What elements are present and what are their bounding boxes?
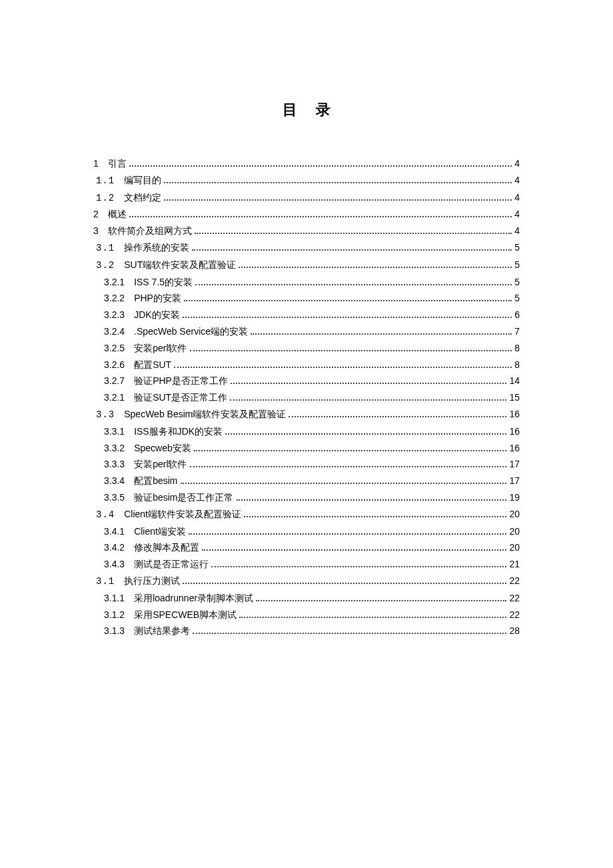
toc-entry[interactable]: 3.2.5安装perl软件8 bbox=[93, 341, 520, 357]
toc-label: 测试是否正常运行 bbox=[134, 557, 209, 573]
toc-entry[interactable]: 2概述4 bbox=[93, 207, 520, 223]
toc-entry[interactable]: 1引言4 bbox=[93, 156, 520, 172]
toc-number: 3.1.1 bbox=[104, 591, 125, 607]
toc-label: Specweb安装 bbox=[134, 441, 191, 457]
toc-leader-dots bbox=[192, 249, 512, 251]
toc-leader-dots bbox=[251, 333, 512, 335]
toc-entry[interactable]: 3.3.5验证besim是否工作正常19 bbox=[93, 490, 520, 506]
toc-entry[interactable]: 3.4.3测试是否正常运行21 bbox=[93, 557, 520, 573]
toc-page-number: 4 bbox=[514, 223, 520, 239]
table-of-contents: 1引言41.1编写目的41.2文档约定42概述43软件简介及组网方式43.1操作… bbox=[93, 156, 520, 639]
toc-page-number: 22 bbox=[509, 607, 520, 623]
toc-label: 文档约定 bbox=[124, 190, 161, 206]
toc-label: ISS 7.5的安装 bbox=[134, 275, 193, 291]
toc-page-number: 6 bbox=[514, 307, 520, 323]
toc-label: 概述 bbox=[108, 207, 127, 223]
toc-label: 验证besim是否工作正常 bbox=[134, 490, 233, 506]
toc-number: 3.4.2 bbox=[104, 540, 125, 556]
toc-label: 验证PHP是否正常工作 bbox=[134, 373, 228, 389]
page-title: 目录 bbox=[93, 100, 520, 120]
toc-page-number: 5 bbox=[514, 257, 520, 273]
toc-page-number: 14 bbox=[509, 373, 520, 389]
toc-number: 3.4 bbox=[96, 507, 115, 523]
toc-leader-dots bbox=[190, 350, 512, 351]
toc-entry[interactable]: 3.2.1ISS 7.5的安装5 bbox=[93, 275, 520, 291]
toc-label: 验证SUT是否正常工作 bbox=[134, 390, 227, 406]
toc-page-number: 17 bbox=[509, 473, 520, 489]
toc-label: 操作系统的安装 bbox=[124, 240, 189, 256]
toc-number: 3.2.7 bbox=[104, 373, 125, 389]
toc-page-number: 20 bbox=[509, 507, 520, 523]
toc-leader-dots bbox=[164, 199, 512, 201]
toc-entry[interactable]: 3.1.1采用loadrunner录制脚本测试22 bbox=[93, 591, 520, 607]
toc-number: 3.2.2 bbox=[104, 291, 125, 307]
toc-leader-dots bbox=[193, 633, 506, 634]
toc-label: 软件简介及组网方式 bbox=[108, 223, 192, 239]
toc-entry[interactable]: 3.2.7验证PHP是否正常工作14 bbox=[93, 373, 520, 389]
toc-page-number: 16 bbox=[509, 424, 520, 440]
toc-entry[interactable]: 3.1.3测试结果参考28 bbox=[93, 623, 520, 639]
toc-page-number: 17 bbox=[509, 457, 520, 473]
toc-number: 3 bbox=[93, 223, 99, 239]
toc-page-number: 5 bbox=[514, 291, 520, 307]
toc-leader-dots bbox=[184, 300, 512, 301]
toc-page-number: 22 bbox=[509, 573, 520, 589]
toc-label: 配置SUT bbox=[134, 357, 171, 373]
toc-number: 3.1.3 bbox=[104, 623, 125, 639]
toc-entry[interactable]: 3.4.1Client端安装20 bbox=[93, 524, 520, 540]
toc-leader-dots bbox=[195, 233, 512, 234]
toc-entry[interactable]: 3.3.4配置besim17 bbox=[93, 473, 520, 489]
toc-page-number: 15 bbox=[509, 390, 520, 406]
toc-page-number: 16 bbox=[509, 441, 520, 457]
toc-number: 3.3.2 bbox=[104, 441, 125, 457]
toc-label: 执行压力测试 bbox=[124, 573, 180, 589]
toc-entry[interactable]: 3.2.4.SpecWeb Service端的安装7 bbox=[93, 324, 520, 340]
toc-number: 3.4.3 bbox=[104, 557, 125, 573]
toc-leader-dots bbox=[244, 516, 506, 517]
toc-page-number: 4 bbox=[514, 190, 520, 206]
toc-entry[interactable]: 3.2.3JDK的安装6 bbox=[93, 307, 520, 323]
toc-number: 3.3.4 bbox=[104, 473, 125, 489]
toc-page-number: 19 bbox=[509, 490, 520, 506]
toc-entry[interactable]: 3.1执行压力测试22 bbox=[93, 573, 520, 590]
toc-leader-dots bbox=[202, 549, 506, 551]
toc-label: 编写目的 bbox=[124, 173, 161, 189]
toc-label: PHP的安装 bbox=[134, 291, 181, 307]
toc-entry[interactable]: 3.2.2PHP的安装5 bbox=[93, 291, 520, 307]
toc-label: SUT端软件安装及配置验证 bbox=[124, 257, 236, 273]
toc-page-number: 21 bbox=[509, 557, 520, 573]
toc-entry[interactable]: 3.4Client端软件安装及配置验证20 bbox=[93, 507, 520, 523]
toc-entry[interactable]: 1.2文档约定4 bbox=[93, 190, 520, 207]
toc-label: SpecWeb Besim端软件安装及配置验证 bbox=[124, 407, 286, 423]
toc-label: 配置besim bbox=[134, 473, 177, 489]
toc-page-number: 22 bbox=[509, 591, 520, 607]
toc-page-number: 4 bbox=[514, 173, 520, 189]
toc-leader-dots bbox=[183, 317, 512, 318]
toc-entry[interactable]: 3软件简介及组网方式4 bbox=[93, 223, 520, 239]
toc-entry[interactable]: 3.3SpecWeb Besim端软件安装及配置验证16 bbox=[93, 407, 520, 423]
toc-entry[interactable]: 3.3.2Specweb安装16 bbox=[93, 441, 520, 457]
toc-leader-dots bbox=[256, 600, 506, 601]
toc-entry[interactable]: 3.1操作系统的安装5 bbox=[93, 240, 520, 257]
toc-page-number: 4 bbox=[514, 207, 520, 223]
toc-entry[interactable]: 3.4.2修改脚本及配置20 bbox=[93, 540, 520, 556]
toc-label: 安装perl软件 bbox=[134, 457, 187, 473]
toc-leader-dots bbox=[181, 483, 507, 484]
toc-number: 3.2.3 bbox=[104, 307, 125, 323]
toc-page-number: 7 bbox=[514, 324, 520, 340]
toc-label: ISS服务和JDK的安装 bbox=[134, 424, 223, 440]
toc-leader-dots bbox=[195, 284, 512, 285]
toc-label: 测试结果参考 bbox=[134, 623, 190, 639]
toc-entry[interactable]: 3.3.1ISS服务和JDK的安装16 bbox=[93, 424, 520, 440]
toc-entry[interactable]: 3.1.2采用SPECWEB脚本测试22 bbox=[93, 607, 520, 623]
toc-entry[interactable]: 3.2SUT端软件安装及配置验证5 bbox=[93, 257, 520, 274]
toc-entry[interactable]: 3.3.3安装perl软件17 bbox=[93, 457, 520, 473]
toc-label: 引言 bbox=[108, 156, 127, 172]
toc-number: 3.2.6 bbox=[104, 357, 125, 373]
toc-entry[interactable]: 3.2.6配置SUT8 bbox=[93, 357, 520, 373]
toc-number: 1.2 bbox=[96, 191, 115, 207]
toc-entry[interactable]: 1.1编写目的4 bbox=[93, 173, 520, 189]
toc-entry[interactable]: 3.2.1验证SUT是否正常工作15 bbox=[93, 390, 520, 406]
toc-leader-dots bbox=[129, 165, 512, 167]
toc-leader-dots bbox=[231, 383, 506, 384]
